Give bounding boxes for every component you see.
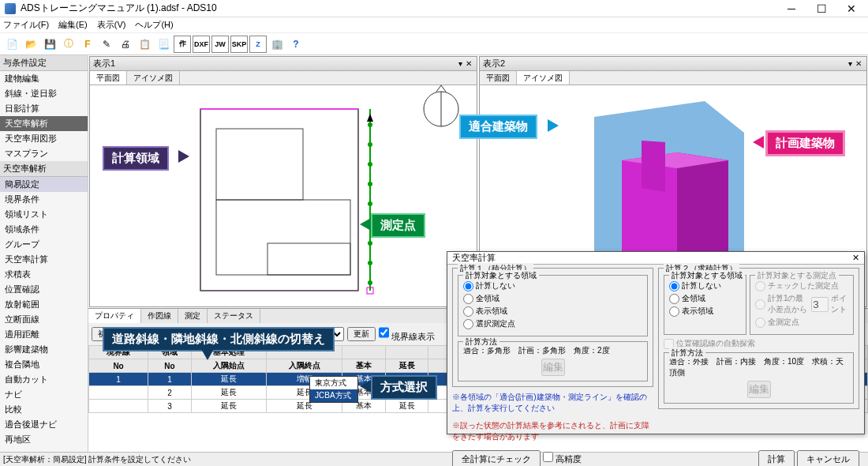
sidebar-item[interactable]: 天空率解析 bbox=[0, 116, 88, 131]
copy-icon[interactable]: 📋 bbox=[136, 36, 153, 53]
arrow-icon bbox=[360, 218, 371, 231]
tool-box-0[interactable]: 作 bbox=[174, 36, 191, 53]
calc-button[interactable]: 計算 bbox=[758, 450, 795, 466]
menu-view[interactable]: 表示(V) bbox=[97, 19, 126, 31]
building-icon[interactable]: 🏢 bbox=[268, 36, 286, 53]
all-check-button[interactable]: 全計算にチェック bbox=[452, 450, 541, 466]
view2-title: 表示2 bbox=[483, 58, 505, 70]
tool-box-4[interactable]: Z bbox=[249, 36, 267, 53]
view2-dropdown-icon[interactable]: ▾ bbox=[847, 59, 854, 68]
view2-tab-plan[interactable]: 平面図 bbox=[480, 71, 517, 85]
g1-edit-button[interactable]: 編集 bbox=[541, 359, 565, 376]
sidebar-item[interactable]: 領域リスト bbox=[0, 207, 88, 222]
sidebar-item[interactable]: 立断面線 bbox=[0, 312, 88, 327]
sidebar-item[interactable]: 適合後退ナビ bbox=[0, 417, 88, 432]
window-title: ADSトレーニングマニュアル (1).adsf - ADS10 bbox=[21, 2, 780, 15]
chk-boundary-label[interactable]: 境界線表示 bbox=[379, 325, 435, 343]
sidebar-section-2: 天空率解析 bbox=[0, 161, 88, 177]
svg-point-12 bbox=[368, 261, 372, 265]
g1-r2[interactable] bbox=[463, 294, 473, 304]
g2-r1[interactable] bbox=[669, 281, 679, 291]
calc2-group: 計算２（求積計算） 計算対象とする領域 計算しない 全領域 表示領域 計算対象と… bbox=[658, 268, 859, 409]
g2-p1 bbox=[755, 281, 765, 291]
menu-file[interactable]: ファイル(F) bbox=[3, 19, 49, 31]
open-icon[interactable]: 📂 bbox=[22, 36, 39, 53]
view2-close-icon[interactable]: ✕ bbox=[854, 59, 863, 68]
g2-r2[interactable] bbox=[669, 294, 679, 304]
method-dropdown-popup[interactable]: 東京方式 JCBA方式 bbox=[309, 376, 358, 403]
g2-edit-button[interactable]: 編集 bbox=[747, 381, 771, 398]
sidebar-item[interactable]: 簡易設定 bbox=[0, 177, 88, 192]
sidebar-item[interactable]: 自動カット bbox=[0, 372, 88, 387]
sidebar-item[interactable]: マスプラン bbox=[0, 146, 88, 161]
dialog-note2: ※誤った状態の計算結果を参考にされると、計画に支障をきたす場合があります bbox=[452, 420, 653, 442]
save-icon[interactable]: 💾 bbox=[41, 36, 58, 53]
view2-tab-iso[interactable]: アイソメ図 bbox=[517, 71, 570, 85]
tool-box-2[interactable]: JW bbox=[211, 36, 229, 53]
info-icon[interactable]: ⓘ bbox=[60, 36, 77, 53]
print-icon[interactable]: 🖨 bbox=[117, 36, 134, 53]
bp-tab-measure[interactable]: 測定 bbox=[178, 309, 208, 323]
sidebar-item[interactable]: 建物編集 bbox=[0, 71, 88, 86]
sidebar-item[interactable]: 天空率計算 bbox=[0, 252, 88, 267]
arrow-icon bbox=[360, 380, 371, 393]
view1-tab-iso[interactable]: アイソメ図 bbox=[127, 71, 180, 85]
view1-tab-plan[interactable]: 平面図 bbox=[90, 71, 127, 85]
pencil-icon[interactable]: ✎ bbox=[98, 36, 115, 53]
cancel-button[interactable]: キャンセル bbox=[797, 450, 859, 466]
chk-boundary[interactable] bbox=[379, 325, 389, 340]
app-icon bbox=[5, 3, 16, 14]
sidebar-item[interactable]: 斜線・逆日影 bbox=[0, 86, 88, 101]
view-pane-1: 表示1 ▾ ✕ 平面図 アイソメ図 bbox=[89, 56, 477, 307]
sidebar-item[interactable]: 求積表 bbox=[0, 267, 88, 282]
sidebar-item[interactable]: 天空率用図形 bbox=[0, 131, 88, 146]
g1-r3[interactable] bbox=[463, 306, 473, 317]
sidebar-item[interactable]: 複合隣地 bbox=[0, 357, 88, 372]
bp-tab-status[interactable]: ステータス bbox=[208, 309, 260, 323]
sidebar-item[interactable]: 適用距離 bbox=[0, 327, 88, 342]
tool-box-3[interactable]: SKP bbox=[230, 36, 248, 53]
callout-line-switch: 道路斜線・隣地斜線・北側斜線の切替え bbox=[103, 327, 335, 351]
bp-tab-property[interactable]: プロパティ bbox=[88, 309, 141, 323]
sidebar-item[interactable]: 影響建築物 bbox=[0, 342, 88, 357]
dialog-close-icon[interactable]: ✕ bbox=[852, 253, 859, 263]
menu-edit[interactable]: 編集(E) bbox=[58, 19, 88, 31]
sidebar-item[interactable]: 境界条件 bbox=[0, 192, 88, 207]
tool-box-1[interactable]: DXF bbox=[193, 36, 210, 53]
sidebar-item[interactable]: 位置確認 bbox=[0, 282, 88, 297]
method-option-tokyo[interactable]: 東京方式 bbox=[310, 377, 357, 389]
bp-tab-lines[interactable]: 作図線 bbox=[141, 309, 178, 323]
maximize-button[interactable]: ☐ bbox=[810, 2, 833, 15]
view1-close-icon[interactable]: ✕ bbox=[464, 59, 473, 68]
update-button[interactable]: 更新 bbox=[347, 327, 376, 341]
view1-dropdown-icon[interactable]: ▾ bbox=[457, 59, 464, 68]
menu-help[interactable]: ヘルプ(H) bbox=[135, 19, 173, 31]
sidebar-item[interactable]: ナビ bbox=[0, 387, 88, 402]
calc1-group: 計算１（積分計算） 計算対象とする領域 計算しない 全領域 表示領域 選択測定点… bbox=[452, 268, 653, 387]
view1-canvas[interactable] bbox=[90, 85, 477, 306]
g1-r1[interactable] bbox=[463, 281, 473, 291]
text-icon[interactable]: F bbox=[79, 36, 96, 53]
sidebar-item[interactable]: 日影計算 bbox=[0, 101, 88, 116]
svg-point-11 bbox=[368, 241, 372, 246]
hp-label[interactable]: 高精度 bbox=[543, 454, 582, 464]
new-icon[interactable]: 📄 bbox=[3, 36, 21, 53]
method-option-jcba[interactable]: JCBA方式 bbox=[310, 389, 357, 402]
g1-r4[interactable] bbox=[463, 319, 473, 329]
minimize-button[interactable]: ─ bbox=[780, 2, 803, 15]
sidebar-item[interactable]: 領域条件 bbox=[0, 222, 88, 237]
svg-point-8 bbox=[368, 182, 372, 186]
doc-icon[interactable]: 📃 bbox=[155, 36, 172, 53]
status-text: 計算条件を設定してください bbox=[88, 454, 191, 465]
arrow-icon bbox=[753, 136, 764, 148]
sidebar-item[interactable]: 放射範囲 bbox=[0, 297, 88, 312]
callout-conform-bldg: 適合建築物 bbox=[459, 115, 537, 139]
close-button[interactable]: ✕ bbox=[840, 2, 863, 15]
titlebar: ADSトレーニングマニュアル (1).adsf - ADS10 ─ ☐ ✕ bbox=[0, 0, 868, 17]
sidebar-item[interactable]: 比較 bbox=[0, 402, 88, 417]
hp-checkbox[interactable] bbox=[543, 452, 553, 462]
sidebar-item[interactable]: 再地区 bbox=[0, 432, 88, 447]
sidebar-item[interactable]: グループ bbox=[0, 237, 88, 252]
help-icon[interactable]: ? bbox=[287, 36, 305, 53]
g2-r3[interactable] bbox=[669, 306, 679, 317]
